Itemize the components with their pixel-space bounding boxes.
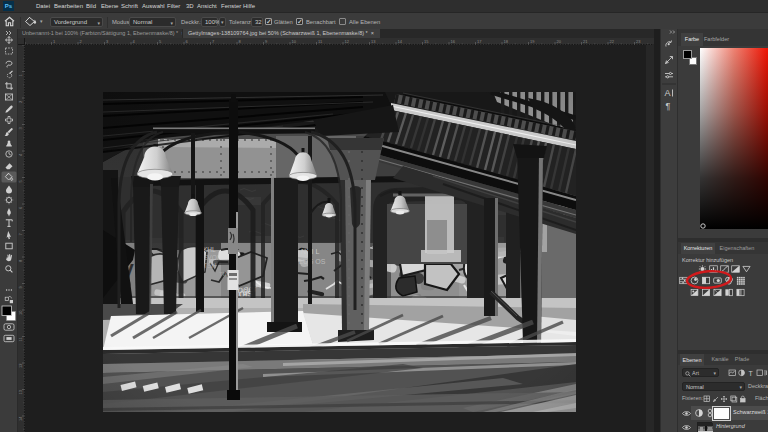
- svg-text:21: 21: [583, 39, 588, 44]
- svg-text:3: 3: [106, 39, 109, 44]
- svg-text:22: 22: [610, 39, 615, 44]
- svg-text:16: 16: [451, 39, 456, 44]
- svg-text:10: 10: [18, 310, 23, 315]
- svg-text:12: 12: [18, 363, 23, 368]
- svg-text:17: 17: [477, 39, 482, 44]
- svg-text:10: 10: [292, 39, 297, 44]
- svg-text:18: 18: [504, 39, 509, 44]
- svg-text:6: 6: [186, 39, 189, 44]
- svg-text:20: 20: [557, 39, 562, 44]
- svg-text:14: 14: [18, 416, 23, 421]
- svg-text:4: 4: [133, 39, 136, 44]
- svg-text:2: 2: [18, 100, 23, 103]
- svg-text:¶: ¶: [666, 101, 671, 111]
- svg-text:2: 2: [80, 39, 83, 44]
- svg-text:1: 1: [53, 39, 56, 44]
- svg-text:9: 9: [265, 39, 268, 44]
- svg-text:A: A: [665, 88, 671, 98]
- svg-text:6: 6: [18, 206, 23, 209]
- svg-text:11: 11: [318, 39, 323, 44]
- svg-text:T: T: [749, 370, 754, 377]
- svg-text:12: 12: [345, 39, 350, 44]
- svg-text:13: 13: [18, 389, 23, 394]
- svg-text:7: 7: [18, 233, 23, 236]
- svg-text:4: 4: [18, 153, 23, 156]
- svg-text:9: 9: [18, 286, 23, 289]
- svg-text:8: 8: [239, 39, 242, 44]
- svg-text:3: 3: [18, 127, 23, 130]
- svg-text:19: 19: [530, 39, 535, 44]
- svg-text:14: 14: [398, 39, 403, 44]
- svg-text:1: 1: [18, 74, 23, 77]
- svg-text:5: 5: [18, 180, 23, 183]
- svg-text:13: 13: [371, 39, 376, 44]
- svg-text:5: 5: [159, 39, 162, 44]
- svg-text:8: 8: [18, 259, 23, 262]
- svg-text:11: 11: [18, 337, 23, 342]
- svg-text:15: 15: [424, 39, 429, 44]
- svg-text:7: 7: [212, 39, 215, 44]
- svg-text:23: 23: [636, 39, 641, 44]
